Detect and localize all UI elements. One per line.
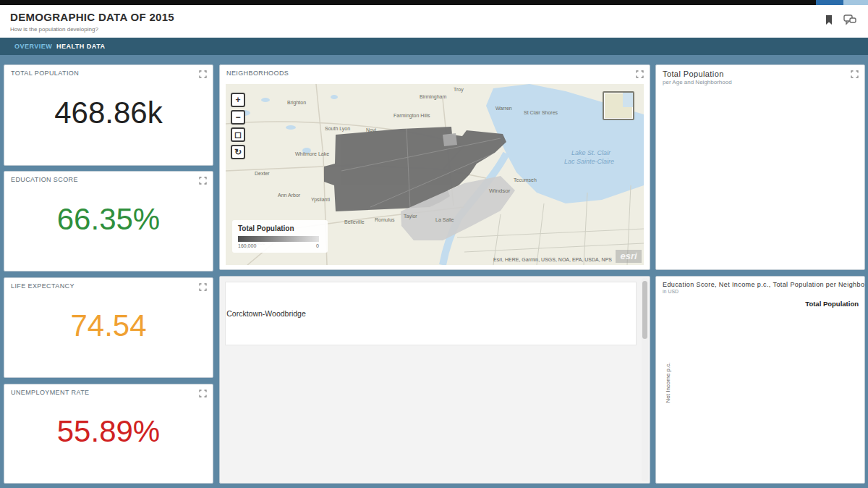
map-label: Ann Arbor xyxy=(278,193,301,198)
page-title: DEMOGRAPHIC DATA OF 2015 xyxy=(10,11,174,23)
map-attribution: Esri, HERE, Garmin, USGS, NOA, EPA, USDA… xyxy=(493,257,612,262)
map-label: Taylor xyxy=(404,214,417,219)
kpi-card-unemployment-rate: UNEMPLOYMENT RATE 55.89% xyxy=(4,384,213,484)
feedback-bubble-icon[interactable] xyxy=(843,14,856,25)
scrollbar-thumb[interactable] xyxy=(642,281,647,339)
card-title: UNEMPLOYMENT RATE xyxy=(11,389,89,396)
map-canvas[interactable]: BrightonSouth LyonNoviFarmington HillsBi… xyxy=(226,84,644,265)
page-subtitle: How is the population developing? xyxy=(10,26,98,33)
neighborhood-list: Corcktown-Woodbridge xyxy=(225,282,637,351)
map-label: Dexter xyxy=(255,171,270,176)
bookmark-icon[interactable] xyxy=(825,14,833,25)
map-label: Warren xyxy=(495,106,512,111)
map-legend-min: 0 xyxy=(316,243,319,248)
map-label: St Clair Shores xyxy=(524,110,558,115)
kpi-card-life-expectancy: LIFE EXPECTANCY 74.54 xyxy=(4,277,213,378)
bubble-size-legend: Total Population xyxy=(786,300,859,354)
top-strip-lightblue-segment xyxy=(843,0,868,5)
map-label: Novi xyxy=(366,127,376,132)
expand-icon[interactable] xyxy=(636,70,644,78)
expand-icon[interactable] xyxy=(851,70,859,78)
map-controls: +−◻↻ xyxy=(231,93,245,159)
map-legend-max: 160,000 xyxy=(238,243,256,248)
bubble-chart-card: Education Score, Net Income p.c., Total … xyxy=(655,276,865,484)
kpi-value: 468.86k xyxy=(4,96,213,130)
map-label: Farmington Hills xyxy=(393,113,430,119)
bar-chart-title: Total Population xyxy=(663,70,732,78)
kpi-card-total-population: TOTAL POPULATION 468.86k xyxy=(4,64,213,166)
neighborhood-detail-list-card: Corcktown-Woodbridge xyxy=(219,276,650,484)
kpi-value: 74.54 xyxy=(4,308,213,343)
refresh-button[interactable]: ↻ xyxy=(231,145,245,159)
top-strip xyxy=(0,0,868,5)
map-label: Whitmore Lake xyxy=(295,151,329,156)
map-label: Lake St. Clair xyxy=(571,149,611,156)
neighborhoods-map-card: NEIGHBORHOODS xyxy=(219,64,650,270)
map-legend-title: Total Population xyxy=(238,224,322,232)
expand-icon[interactable] xyxy=(199,283,207,291)
map-legend-gradient xyxy=(238,236,319,242)
card-title: TOTAL POPULATION xyxy=(11,70,79,77)
zoom-in-button[interactable]: + xyxy=(231,93,245,107)
map-label: Tecumseh xyxy=(514,177,537,182)
bubble-chart-subtitle: in USD xyxy=(663,289,865,294)
map-label: South Lyon xyxy=(325,126,350,132)
esri-logo: esri xyxy=(616,250,642,263)
map-label: Brighton xyxy=(287,100,306,106)
map-label: Birmingham xyxy=(420,94,447,100)
card-title: LIFE EXPECTANCY xyxy=(11,282,75,290)
zoom-out-button[interactable]: − xyxy=(231,110,245,125)
bubble-plot xyxy=(659,301,804,475)
expand-icon[interactable] xyxy=(199,70,207,78)
map-legend: Total Population 160,000 0 xyxy=(232,220,328,253)
hamtramck-notch xyxy=(443,133,457,146)
tab-health-data[interactable]: HEALTH DATA xyxy=(56,43,106,50)
bubble-chart-title: Education Score, Net Income p.c., Total … xyxy=(663,281,865,288)
extent-button[interactable]: ◻ xyxy=(231,127,245,142)
map-label: Belleville xyxy=(344,219,365,224)
list-item[interactable]: Corcktown-Woodbridge xyxy=(225,282,637,345)
top-strip-blue-segment xyxy=(816,0,843,5)
app-header: DEMOGRAPHIC DATA OF 2015 How is the popu… xyxy=(0,5,868,38)
size-legend-title: Total Population xyxy=(786,300,859,308)
map-label: Troy xyxy=(454,87,464,93)
expand-icon[interactable] xyxy=(199,390,207,397)
bar-chart-subtitle: per Age and Neighborhood xyxy=(663,79,732,85)
map-label: Ypsilanti xyxy=(311,197,330,203)
map-label: Lac Sainte-Claire xyxy=(564,158,614,165)
card-title: EDUCATION SCORE xyxy=(11,176,78,183)
list-scrollbar[interactable] xyxy=(642,278,648,481)
expand-icon[interactable] xyxy=(199,177,207,185)
tab-bar: OVERVIEW HEALTH DATA xyxy=(0,38,868,55)
population-bar-chart-card: Total Population per Age and Neighborhoo… xyxy=(655,64,865,270)
kpi-card-education-score: EDUCATION SCORE 66.35% xyxy=(4,171,213,272)
card-title: NEIGHBORHOODS xyxy=(226,70,289,77)
map-label: Windsor xyxy=(489,188,511,194)
y-axis-label: Net Income p.c. xyxy=(665,354,671,412)
kpi-value: 55.89% xyxy=(4,414,213,449)
map-label: Romulus xyxy=(375,217,395,222)
kpi-value: 66.35% xyxy=(4,202,213,237)
map-overview-inset[interactable] xyxy=(603,91,634,120)
map-label: La Salle xyxy=(435,217,454,222)
tab-overview[interactable]: OVERVIEW xyxy=(14,43,52,50)
